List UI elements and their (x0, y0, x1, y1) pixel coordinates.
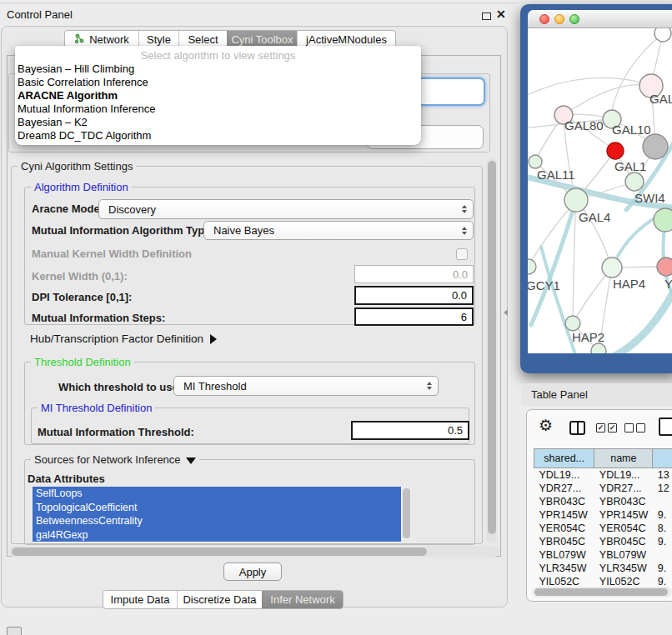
app-root: Control Panel ✕ NetworkStyleSelectCyni T… (0, 0, 672, 635)
network-canvas[interactable]: GALGAL80GAL10GAL1SWI4GAL11GAL4GCY1HAP4YH… (528, 28, 672, 353)
checked-checkbox-icon[interactable]: ✓ (596, 423, 605, 432)
node-GAL4[interactable] (564, 188, 588, 212)
floating-panel-icon[interactable] (7, 627, 22, 635)
node-HAP4[interactable] (602, 258, 622, 278)
mi-type-value: Naive Bayes (213, 224, 274, 237)
table-row[interactable]: YBR045CYBR045C9. (534, 535, 672, 548)
mi-steps-label: Mutual Information Steps: (32, 312, 165, 324)
attribute-item-betweennesscentrality[interactable]: BetweennessCentrality (33, 514, 412, 528)
network-edge[interactable] (531, 200, 576, 325)
dropdown-item-bayesian-k2[interactable]: Bayesian – K2 (15, 116, 421, 129)
apply-button[interactable]: Apply (223, 562, 282, 581)
attribute-item-gal4rgexp[interactable]: gal4RGexp (33, 528, 412, 542)
node-red[interactable] (607, 142, 624, 159)
settings-vertical-scrollbar[interactable] (486, 158, 497, 543)
tab-discretize-data[interactable]: Discretize Data (177, 591, 262, 608)
table-toolbar: ⚙ ✓ ✓ (527, 410, 672, 448)
control-panel-title: Control Panel (7, 8, 73, 21)
mi-type-combo[interactable]: Naive Bayes (203, 221, 474, 240)
panel-divider-arrow[interactable] (504, 309, 508, 316)
table-row[interactable]: YPR145WYPR145W9. (534, 508, 672, 522)
dropdown-item-bayesian-hill-climbing[interactable]: Bayesian – Hill Climbing (15, 62, 421, 76)
spinner-arrows-icon (462, 227, 467, 235)
node-top[interactable] (654, 28, 671, 42)
table-cell: YLR345W (594, 562, 653, 575)
table-row[interactable]: YER054CYER054C8. (534, 522, 672, 535)
tab-infer-network[interactable]: Infer Network (262, 591, 343, 608)
table-cell (653, 548, 672, 562)
table-row[interactable]: YDL19...YDL19...13 (534, 468, 672, 482)
table-cell: YPR145W (534, 508, 594, 522)
network-edge[interactable] (564, 85, 651, 115)
node-gray[interactable] (643, 134, 668, 159)
attribute-item-selfloops[interactable]: SelfLoops (33, 487, 412, 501)
node-big-green[interactable] (654, 208, 672, 232)
node-bottom-green[interactable] (591, 343, 606, 353)
table-cell: 9. (653, 535, 672, 548)
aracne-mode-combo[interactable]: Discovery (98, 199, 474, 219)
table-cell: YPR145W (594, 508, 653, 522)
close-panel-icon[interactable]: ✕ (496, 8, 506, 21)
data-attributes-list[interactable]: SelfLoopsTopologicalCoefficientBetweenne… (33, 487, 412, 542)
gear-icon[interactable]: ⚙ (539, 417, 553, 435)
tab-label: Cyni Toolbox (231, 33, 293, 46)
mi-threshold-field[interactable]: 0.5 (351, 421, 469, 440)
column-header-name[interactable]: name (594, 449, 653, 468)
table-row[interactable]: YBR043CYBR043C (534, 495, 672, 508)
algorithm-definition-title: Algorithm Definition (31, 181, 132, 193)
network-edge[interactable] (573, 200, 576, 323)
data-attributes-label: Data Attributes (28, 472, 105, 485)
node-HAP2[interactable] (565, 316, 580, 331)
table-row[interactable]: YDR27...YDR27...12 (534, 482, 672, 495)
manual-kernel-checkbox[interactable] (456, 248, 468, 260)
attributes-scrollbar[interactable] (401, 487, 412, 542)
node-GCY1[interactable] (528, 259, 536, 274)
minimize-window-icon[interactable] (554, 14, 564, 24)
dpi-tolerance-field[interactable]: 0.0 (354, 286, 474, 305)
mi-steps-field[interactable]: 6 (354, 308, 474, 326)
table-cell: YBR045C (594, 535, 653, 548)
dropdown-item-aracne-algorithm[interactable]: ARACNE Algorithm (15, 89, 421, 102)
tab-label: Select (188, 33, 218, 46)
node-label-gal10: GAL10 (612, 122, 651, 137)
node-label-hap2: HAP2 (572, 330, 604, 344)
document-icon[interactable] (659, 418, 672, 436)
network-edge[interactable] (528, 78, 651, 98)
float-panel-icon[interactable] (482, 12, 491, 20)
which-threshold-combo[interactable]: MI Threshold (173, 376, 439, 396)
dropdown-item-basic-correlation-inference[interactable]: Basic Correlation Inference (15, 76, 421, 89)
network-edge[interactable] (609, 280, 672, 353)
network-window-titlebar[interactable] (528, 10, 672, 28)
table-cell: YDL19... (594, 468, 653, 482)
table-horizontal-scrollbar[interactable] (532, 587, 672, 598)
sources-title[interactable]: Sources for Network Inference (31, 453, 199, 466)
node-GAL11[interactable] (529, 155, 542, 168)
dropdown-item-dream8-dc-tdc-algorithm[interactable]: Dream8 DC_TDC Algorithm (15, 129, 421, 142)
node-pink-right[interactable] (657, 258, 672, 276)
table-row[interactable]: YLR345WYLR345W9. (534, 562, 672, 575)
settings-horizontal-scrollbar[interactable] (8, 546, 499, 557)
node-GAL1[interactable] (625, 172, 644, 191)
collapse-down-icon (186, 458, 196, 464)
tab-impute-data[interactable]: Impute Data (103, 591, 177, 608)
close-window-icon[interactable] (539, 14, 549, 24)
column-header-hidden[interactable] (653, 449, 672, 468)
zoom-window-icon[interactable] (569, 14, 579, 24)
manual-kernel-label: Manual Kernel Width Definition (32, 248, 192, 260)
checked-checkbox-icon[interactable]: ✓ (608, 423, 617, 432)
threshold-definition-title: Threshold Definition (31, 356, 134, 368)
table-panel-title: Table Panel (531, 388, 588, 401)
node-label-gal80: GAL80 (564, 118, 604, 132)
table-cell: 12 (653, 482, 672, 495)
table-row[interactable]: YBL079WYBL079W (534, 548, 672, 562)
attribute-item-topologicalcoefficient[interactable]: TopologicalCoefficient (33, 501, 412, 515)
table-cell: YDR27... (594, 482, 653, 495)
unchecked-checkbox-icon[interactable] (624, 423, 634, 432)
columns-icon[interactable] (569, 421, 585, 435)
hub-definition-expander[interactable]: Hub/Transcription Factor Definition (30, 332, 217, 345)
column-header-shared[interactable]: shared... (534, 449, 594, 468)
unchecked-checkbox-icon[interactable] (636, 423, 645, 432)
top-divider-line (0, 2, 519, 3)
kernel-width-field[interactable]: 0.0 (354, 265, 474, 283)
dropdown-item-mutual-information-inference[interactable]: Mutual Information Inference (15, 102, 421, 116)
